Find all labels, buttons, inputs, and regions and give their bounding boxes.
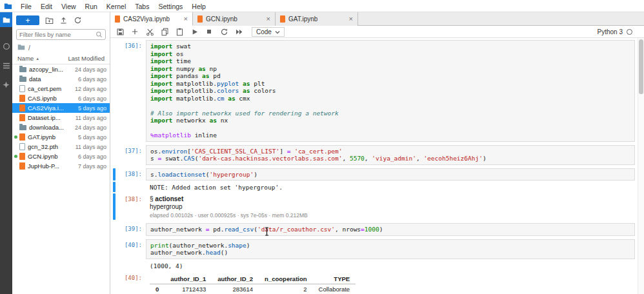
menu-run[interactable]: Run [81,3,102,10]
scrollbar-thumb[interactable] [639,39,643,94]
cell-collapser[interactable] [113,223,116,236]
code-line: s = swat.CAS('dark-cas.hackinsas.vectorl… [150,155,630,162]
code-token: shape [228,242,247,249]
code-token: , [342,155,349,162]
file-row[interactable]: ca_cert.pem12 days ago [12,84,110,93]
notebook-toolbar: Code Python 3 [110,26,644,38]
code-token: author_network [150,226,206,233]
file-row[interactable]: downloada...24 days ago [12,122,110,132]
code-token: import [150,80,172,87]
menu-edit[interactable]: Edit [36,3,57,10]
file-icon [19,85,25,92]
file-row[interactable]: CAS2Viya.i...5 days ago [12,103,110,113]
menu-file[interactable]: File [16,3,36,10]
output-collapser[interactable] [113,193,116,220]
extensions-icon[interactable] [0,77,12,92]
filter-files-box[interactable] [16,29,106,40]
tab-GAT.ipynb[interactable]: GAT.ipynb× [276,12,358,26]
cell-collapser[interactable] [113,145,116,165]
paste-icon[interactable] [175,27,184,36]
file-browser-toolbar: + [12,12,110,27]
run-icon[interactable] [190,27,199,36]
kernel-dot-slot [14,87,17,90]
new-folder-icon[interactable] [45,17,54,24]
cell-collapser[interactable] [113,40,116,142]
code-token: as [243,80,250,87]
menu-view[interactable]: View [57,3,81,10]
home-folder-icon[interactable] [17,44,25,52]
execution-count: [37]: [117,145,146,165]
code-editor[interactable]: import swatimport osimport timeimport nu… [146,40,635,142]
output-collapser[interactable] [113,182,116,192]
filter-files-input[interactable] [19,31,96,38]
dataframe: author_ID_1author_ID_2n_cooperationTYPE0… [150,274,356,294]
cell-collapser[interactable] [113,168,116,181]
copy-icon[interactable] [160,27,169,36]
output-collapser[interactable] [113,260,116,271]
cell-collapser[interactable] [113,239,116,259]
cell-type-dropdown[interactable]: Code [252,27,285,37]
code-token: np [206,65,217,72]
code-token: 'data/r_coauthor.csv' [257,226,335,233]
new-launcher-button[interactable]: + [16,15,39,25]
kernel-indicator[interactable]: Python 3 [598,28,639,35]
output-prompt: [38]: [117,193,146,220]
stop-icon[interactable] [205,27,214,36]
menu-tabs[interactable]: Tabs [130,3,154,10]
code-line: %matplotlib inline [150,132,630,139]
commands-list-icon[interactable] [0,58,12,73]
restart-run-all-icon[interactable] [234,27,243,36]
vertical-scrollbar[interactable] [638,38,644,294]
file-row[interactable]: GCN.ipynb6 days ago [12,152,110,161]
code-token: as [243,87,250,94]
file-row[interactable]: CAS.ipynb6 days ago [12,93,110,103]
execution-count: [36]: [117,40,146,142]
file-modified: 6 days ago [78,76,106,83]
column-name[interactable]: Name [17,55,34,62]
close-icon[interactable]: × [349,15,353,23]
output-collapser[interactable] [113,272,116,294]
stream-output: (1000, 4) [150,261,631,270]
close-icon[interactable]: × [184,15,188,23]
breadcrumb-root[interactable]: / [28,44,30,52]
add-cell-icon[interactable] [130,27,139,36]
code-token: ) [254,171,257,178]
code-editor[interactable]: s.loadactionset('hypergroup') [146,168,635,181]
file-row[interactable]: data6 days ago [12,74,110,84]
menu-kernel[interactable]: Kernel [102,3,130,10]
tab-GCN.ipynb[interactable]: GCN.ipynb× [193,12,276,26]
code-editor[interactable]: os.environ['CAS_CLIENT_SSL_CA_LIST'] = '… [146,145,635,165]
code-token: ) [247,242,250,249]
refresh-icon[interactable] [74,16,82,24]
sort-caret-icon: ▲ [35,57,39,61]
code-token: 1000 [365,226,379,233]
cell-output-row: [40]:author_ID_1author_ID_2n_cooperation… [113,272,635,294]
table-cell: 2 [259,284,312,294]
close-icon[interactable]: × [267,15,270,23]
running-sessions-icon[interactable] [0,39,12,54]
code-editor[interactable]: author_network = pd.read_csv('data/r_coa… [146,223,635,236]
notebook-icon [19,133,25,141]
tab-CAS2Viya.ipynb[interactable]: CAS2Viya.ipynb× [110,12,193,26]
code-token: head [206,249,221,256]
upload-icon[interactable] [59,16,68,24]
file-browser-tab-icon[interactable] [0,12,12,27]
file-row[interactable]: GAT.ipynb5 days ago [12,132,110,142]
code-token: colors [250,87,276,94]
menu-settings[interactable]: Settings [154,3,187,10]
save-icon[interactable] [116,27,125,36]
file-row[interactable]: azcopy_lin...24 days ago [12,64,110,74]
cut-icon[interactable] [145,27,154,36]
file-row[interactable]: Dataset.ip...11 days ago [12,113,110,122]
file-list: azcopy_lin...24 days agodata6 days agoca… [12,64,110,171]
column-last-modified[interactable]: Last Modified [68,55,105,62]
menu-help[interactable]: Help [187,3,210,10]
app-folder-icon [4,3,12,10]
code-line: import numpy as np [150,65,630,73]
code-token: s. [150,171,157,178]
file-row[interactable]: JupHub-P...7 days ago [12,161,110,171]
file-row[interactable]: gcn_32.pth11 days ago [12,142,110,152]
notebook-icon [115,15,120,23]
code-editor[interactable]: print(author_network.shape)author_networ… [146,239,635,259]
restart-kernel-icon[interactable] [219,27,228,36]
